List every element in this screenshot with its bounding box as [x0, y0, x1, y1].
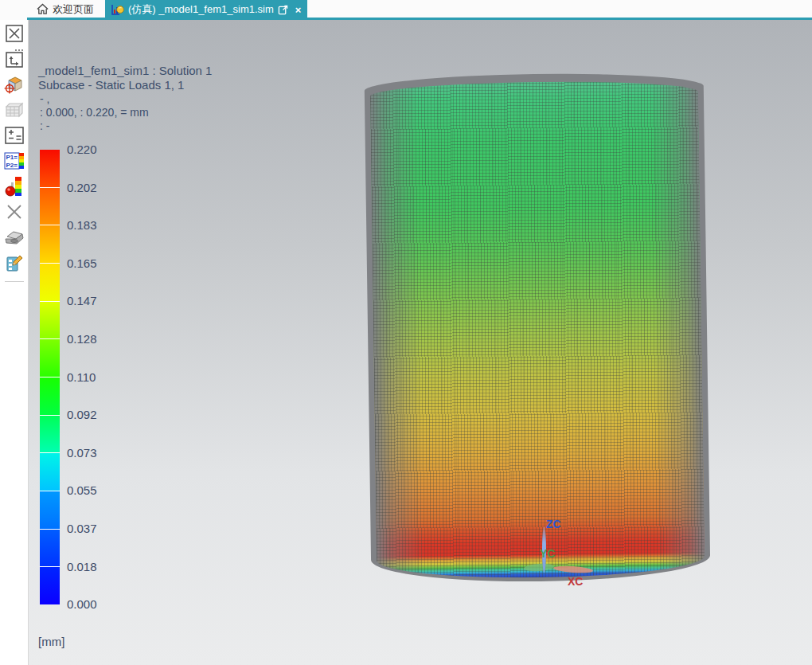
postview-title: _model1_fem1_sim1 : Solution 1 [38, 64, 212, 78]
tab-accent-underline [27, 18, 812, 20]
triad-x-label: XC [568, 575, 583, 588]
model-cylinder[interactable] [365, 72, 711, 584]
legend-color-block [40, 491, 60, 529]
postview-subcase: Subcase - Static Loads 1, 1 [38, 78, 212, 92]
triad-y-label: YC [540, 547, 555, 560]
legend-color-block [40, 150, 60, 187]
legend-color-block [40, 377, 60, 415]
legend-value-label: 0.147 [67, 294, 97, 307]
postview-result-type: - , [38, 92, 212, 106]
postview-header: _model1_fem1_sim1 : Solution 1 Subcase -… [38, 64, 212, 133]
clear-marks-icon[interactable] [2, 200, 26, 224]
legend-color-block [40, 263, 60, 301]
cancel-selection-icon[interactable] [2, 22, 26, 45]
legend-value-label: 0.092 [67, 408, 97, 421]
legend-units-label: [mm] [38, 635, 64, 648]
legend-value-label: 0.037 [67, 522, 97, 535]
postview-minmax: : 0.000, : 0.220, = mm [38, 106, 212, 119]
mesh-display-disabled-icon [2, 98, 26, 122]
identify-results-icon[interactable]: P1= P2= [2, 149, 26, 173]
tab-sim-label: (仿真) _model1_fem1_sim1.sim [128, 2, 274, 17]
legend-labels: 0.2200.2020.1830.1650.1470.1280.1100.092… [67, 150, 115, 604]
legend-color-block [40, 415, 60, 453]
left-toolbar: P1= P2= [0, 20, 29, 665]
legend-value-label: 0.000 [67, 597, 97, 611]
legend-color-block [40, 452, 60, 491]
tab-welcome[interactable]: 欢迎页面 [29, 1, 102, 18]
legend-color-block [40, 301, 60, 339]
tab-sim-active[interactable]: (仿真) _model1_fem1_sim1.sim × [105, 0, 307, 19]
create-report-icon[interactable] [2, 251, 26, 275]
legend-value-label: 0.110 [67, 370, 96, 384]
expression-calculator-icon[interactable] [2, 123, 26, 147]
postview-extra: : - [38, 119, 212, 133]
legend-value-label: 0.128 [67, 332, 97, 346]
legend-value-label: 0.055 [67, 483, 97, 497]
legend-bar [40, 150, 60, 604]
home-icon [37, 3, 49, 15]
contour-plot-icon[interactable] [2, 174, 26, 198]
legend-value-label: 0.073 [67, 446, 97, 460]
svg-text:P1=: P1= [6, 154, 18, 161]
close-tab-icon[interactable]: × [295, 4, 302, 16]
legend-value-label: 0.202 [67, 181, 97, 194]
legend-color-block [40, 225, 60, 263]
detach-tab-icon[interactable] [278, 5, 288, 15]
model-contour-mesh[interactable] [370, 80, 705, 580]
legend-value-label: 0.183 [67, 218, 97, 232]
toolbar-separator [5, 281, 24, 282]
svg-text:P2=: P2= [6, 162, 18, 169]
legend-value-label: 0.018 [67, 560, 97, 573]
tab-welcome-label: 欢迎页面 [53, 2, 94, 17]
legend-color-block [40, 187, 60, 225]
orient-view-icon[interactable] [2, 47, 26, 71]
legend-color-block [40, 529, 60, 567]
print-preview-icon[interactable] [2, 225, 26, 249]
graphics-viewport[interactable]: _model1_fem1_sim1 : Solution 1 Subcase -… [29, 20, 812, 665]
legend-value-label: 0.165 [67, 256, 97, 270]
simulation-file-icon [111, 4, 124, 16]
legend-color-block [40, 566, 60, 604]
tab-bar: 欢迎页面 (仿真) _model1_fem1_sim1.sim × [0, 0, 812, 20]
view-cube-icon[interactable] [2, 72, 26, 96]
legend-color-block [40, 338, 60, 377]
triad-z-label: ZC [546, 518, 561, 530]
legend-value-label: 0.220 [67, 143, 97, 156]
